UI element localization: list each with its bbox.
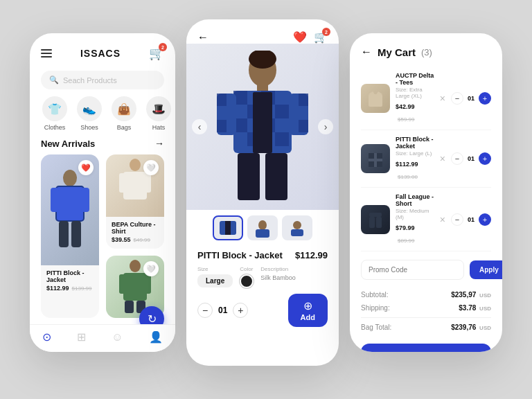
cart-remove-button-3[interactable]: × — [440, 214, 445, 225]
add-plus-icon: ⊕ — [303, 299, 312, 312]
back-arrow-icon[interactable]: ← — [197, 31, 209, 44]
thumb-image-2 — [251, 218, 274, 238]
heart-empty-icon-3: 🤍 — [146, 265, 156, 274]
add-to-cart-row: − 01 + ⊕ Add — [197, 294, 328, 327]
product-info-1: PITTI Block - Jacket $112.99 $139.99 — [41, 265, 99, 297]
quantity-increase-button[interactable]: + — [233, 303, 248, 318]
svg-rect-45 — [369, 94, 382, 107]
svg-rect-51 — [377, 161, 382, 167]
cart-item-size-1: Size: Extra Large (XL) — [396, 87, 434, 99]
next-image-arrow[interactable]: › — [318, 119, 333, 134]
wishlist-heart-icon[interactable]: ❤️ — [293, 30, 307, 44]
bag-total-label: Bag Total: — [361, 323, 391, 331]
apply-promo-button[interactable]: Apply — [470, 260, 502, 279]
cart-remove-button-2[interactable]: × — [440, 153, 445, 164]
detail-actions: ❤️ 🛒 2 — [293, 30, 328, 44]
cart-back-arrow-icon[interactable]: ← — [361, 46, 372, 58]
product-card-2[interactable]: 🤍 BEPA Culture - Shirt $39.55 $49.99 — [106, 154, 164, 249]
bags-icon: 👜 — [112, 96, 136, 121]
product-model-figure — [214, 51, 311, 203]
cart-qty-value-3: 01 — [466, 216, 476, 223]
clothes-label: Clothes — [44, 124, 66, 131]
hats-icon: 🎩 — [146, 96, 171, 121]
prev-image-arrow[interactable]: ‹ — [192, 119, 207, 134]
cart-decrease-button-2[interactable]: − — [451, 152, 463, 165]
heart-filled-icon: ❤️ — [81, 163, 91, 172]
wishlist-button-1[interactable]: ❤️ — [78, 160, 94, 175]
checkout-button[interactable]: Proceed To Checkout — [361, 344, 491, 352]
svg-rect-35 — [299, 120, 308, 132]
shipping-currency: USD — [479, 305, 491, 312]
size-selector[interactable]: Large — [197, 274, 233, 287]
category-clothes[interactable]: 👕 Clothes — [41, 96, 69, 131]
quantity-value: 01 — [218, 305, 227, 315]
quantity-decrease-button[interactable]: − — [197, 303, 213, 318]
svg-rect-1 — [56, 186, 84, 221]
new-arrivals-header: New Arrivals → — [30, 131, 175, 154]
svg-rect-54 — [376, 217, 382, 228]
search-icon: 🔍 — [49, 76, 59, 85]
home-nav-icon[interactable]: ⊙ — [42, 330, 51, 344]
cart-qty-value-2: 01 — [466, 155, 476, 162]
wishlist-button-3[interactable]: 🤍 — [143, 261, 159, 276]
cart-screen: ← My Cart (3) AUCTP Delta - Tees Size: E… — [350, 33, 502, 352]
category-shoes[interactable]: 👟 Shoes — [76, 96, 103, 131]
cart-decrease-button-1[interactable]: − — [451, 92, 463, 105]
hats-label: Hats — [152, 124, 166, 131]
search-bar[interactable]: 🔍 Seach Products — [41, 71, 164, 89]
description-label: Description — [260, 266, 296, 272]
thumbnail-1[interactable] — [213, 215, 243, 240]
product-prices-1: $112.99 $139.99 — [46, 285, 94, 292]
cart-remove-button-1[interactable]: × — [440, 93, 445, 104]
subtotal-label: Subtotal: — [361, 291, 388, 299]
order-totals: Subtotal: $235,97 USD Shipping: $3.78 US… — [350, 285, 502, 339]
see-all-arrow[interactable]: → — [154, 138, 164, 149]
wishlist-button-2[interactable]: 🤍 — [143, 160, 159, 175]
add-to-cart-button[interactable]: ⊕ Add — [288, 294, 328, 327]
cart-item-controls-1: − 01 + — [451, 92, 491, 105]
cart-icon-detail[interactable]: 🛒 2 — [314, 30, 328, 44]
grid-nav-icon[interactable]: ⊞ — [77, 330, 86, 344]
menu-icon[interactable] — [41, 49, 52, 57]
detail-header: ← ❤️ 🛒 2 — [186, 19, 339, 44]
thumbnail-3[interactable] — [282, 215, 312, 240]
svg-point-40 — [258, 220, 267, 230]
svg-rect-5 — [59, 221, 69, 247]
cart-item-thumb-1 — [361, 84, 390, 113]
cart-increase-button-1[interactable]: + — [479, 92, 491, 105]
promo-code-input[interactable] — [361, 260, 464, 280]
color-selector[interactable] — [240, 274, 254, 288]
cart-item-size-2: Size: Large (L) — [396, 150, 434, 157]
cart-increase-button-3[interactable]: + — [479, 213, 491, 226]
cart-items-list: AUCTP Delta - Tees Size: Extra Large (XL… — [350, 66, 502, 251]
cart-increase-button-2[interactable]: + — [479, 152, 491, 165]
svg-rect-3 — [51, 188, 59, 212]
product-price-2: $39.55 — [112, 236, 131, 243]
product-card-1[interactable]: ❤️ PITTI Block - Jacket $112.99 $139.99 — [41, 154, 99, 318]
thumbnail-2[interactable] — [247, 215, 278, 240]
cart-title: My Cart — [378, 46, 416, 58]
svg-rect-34 — [299, 94, 308, 106]
category-bags[interactable]: 👜 Bags — [110, 96, 138, 131]
svg-point-0 — [63, 170, 77, 186]
cart-button[interactable]: 🛒 2 — [149, 46, 164, 61]
chat-nav-icon[interactable]: ☺ — [112, 331, 123, 344]
product-info-2: BEPA Culture - Shirt $39.55 $49.99 — [106, 217, 164, 249]
home-header: ISSACS 🛒 2 — [30, 33, 175, 66]
svg-rect-52 — [369, 213, 382, 217]
cart-item-name-2: PITTI Block - Jacket — [396, 136, 434, 150]
cart-item-price-3: $79.99 — [396, 224, 415, 231]
svg-point-11 — [130, 260, 141, 272]
svg-rect-50 — [369, 161, 374, 167]
cart-item-price-old-3: $89.99 — [398, 238, 414, 244]
profile-nav-icon[interactable]: 👤 — [149, 330, 163, 344]
cart-item-price-old-2: $139.00 — [398, 174, 418, 180]
svg-rect-48 — [369, 153, 374, 159]
svg-rect-49 — [377, 153, 382, 159]
thumb-image-1 — [217, 218, 239, 238]
product-hero-image: ‹ › — [186, 44, 339, 210]
cart-decrease-button-3[interactable]: − — [451, 213, 463, 226]
product-title-row: PITTI Block - Jacket $112.99 — [197, 250, 328, 260]
bag-total-value: $239,76 USD — [451, 323, 491, 331]
category-hats[interactable]: 🎩 Hats — [145, 96, 172, 131]
